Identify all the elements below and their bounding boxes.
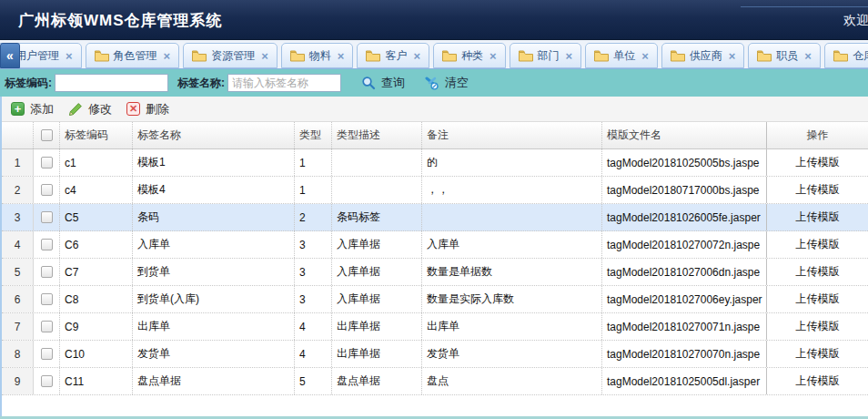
clear-button[interactable]: 清空	[425, 75, 469, 91]
table-row[interactable]: 1 c1 模板1 1 的 tagModel20181025005bs.jaspe…	[2, 149, 868, 177]
cell-type-desc: 盘点单据	[332, 368, 422, 394]
select-all-checkbox[interactable]	[41, 129, 53, 141]
tab[interactable]: 客户 ×	[357, 43, 429, 68]
folder-icon	[192, 50, 207, 62]
tab-close-icon[interactable]: ×	[490, 50, 497, 62]
tab-close-icon[interactable]: ×	[261, 50, 268, 62]
header-tag-code[interactable]: 标签编码	[60, 122, 133, 148]
row-checkbox[interactable]	[41, 211, 53, 223]
query-button[interactable]: 查询	[361, 75, 405, 91]
upload-template-link[interactable]: 上传模版	[767, 177, 868, 203]
cell-remark: 发货单	[422, 341, 602, 367]
row-checkbox[interactable]	[41, 239, 53, 250]
row-checkbox[interactable]	[41, 348, 53, 360]
header-type[interactable]: 类型	[295, 122, 332, 148]
tab-label: 供应商	[690, 48, 722, 64]
header-decoration-line	[741, 6, 868, 7]
tab-close-icon[interactable]: ×	[566, 50, 573, 62]
header-type-desc[interactable]: 类型描述	[332, 122, 422, 148]
cell-tag-code: c1	[60, 149, 133, 176]
tab-label: 角色管理	[114, 48, 157, 64]
table-row[interactable]: 2 c4 模板4 1 ，， tagModel20180717000bs.jasp…	[2, 177, 868, 204]
tab[interactable]: 职员 ×	[748, 43, 821, 68]
cell-type-desc: 入库单据	[332, 231, 422, 258]
table-row[interactable]: 8 C10 发货单 4 出库单据 发货单 tagModel20181027007…	[2, 341, 868, 368]
cell-type: 4	[295, 313, 332, 340]
row-checkbox[interactable]	[41, 157, 53, 169]
delete-button[interactable]: ✕ 删除	[126, 101, 169, 118]
tab[interactable]: 物料 ×	[281, 43, 354, 68]
folder-icon	[519, 50, 533, 62]
table-row[interactable]: 3 C5 条码 2 条码标签 tagModel20181026005fe.jas…	[2, 204, 868, 231]
table-row[interactable]: 4 C6 入库单 3 入库单据 入库单 tagModel201810270072…	[2, 231, 868, 259]
upload-template-link[interactable]: 上传模版	[767, 149, 868, 176]
tab-close-icon[interactable]: ×	[66, 50, 73, 62]
grid-body: 1 c1 模板1 1 的 tagModel20181025005bs.jaspe…	[2, 149, 868, 395]
search-bar: 标签编码: 标签名称: 查询 清空	[0, 69, 868, 97]
cell-template-file: tagModel20181026005fe.jasper	[602, 204, 767, 230]
tab-close-icon[interactable]: ×	[413, 50, 420, 62]
header-template-file[interactable]: 模版文件名	[602, 122, 767, 148]
cell-type: 1	[295, 177, 332, 203]
cell-remark: ，，	[422, 177, 602, 203]
upload-template-link[interactable]: 上传模版	[767, 259, 868, 285]
upload-template-link[interactable]: 上传模版	[767, 368, 868, 394]
upload-template-link[interactable]: 上传模版	[767, 286, 868, 312]
tab-close-icon[interactable]: ×	[804, 50, 812, 62]
tab-close-icon[interactable]: ×	[164, 50, 171, 62]
table-row[interactable]: 7 C9 出库单 4 出库单据 出库单 tagModel201810270071…	[2, 313, 868, 341]
row-checkbox[interactable]	[41, 266, 53, 278]
tab[interactable]: 单位 ×	[585, 43, 658, 68]
header-operation[interactable]: 操作	[767, 122, 868, 148]
upload-template-link[interactable]: 上传模版	[767, 231, 868, 258]
edit-button[interactable]: 修改	[68, 101, 112, 118]
tag-code-input[interactable]	[55, 74, 168, 92]
row-checkbox[interactable]	[41, 375, 53, 387]
tab[interactable]: 种类 ×	[433, 43, 506, 68]
row-number: 8	[2, 341, 34, 367]
cell-tag-name: 发货单	[133, 341, 295, 367]
tab[interactable]: 供应商 ×	[661, 43, 745, 68]
cell-template-file: tagModel20181027006ey.jasper	[602, 286, 767, 312]
tab[interactable]: 角色管理 ×	[86, 43, 180, 68]
row-checkbox[interactable]	[41, 321, 53, 332]
header-tag-name[interactable]: 标签名称	[133, 122, 295, 148]
tab-label: 资源管理	[211, 48, 255, 64]
row-number: 6	[2, 286, 34, 312]
cell-tag-code: C6	[60, 231, 133, 258]
tab[interactable]: 部门 ×	[510, 43, 582, 68]
tag-name-input[interactable]	[227, 74, 341, 92]
row-checkbox[interactable]	[41, 184, 53, 196]
add-button-label: 添加	[30, 101, 54, 118]
tab-close-icon[interactable]: ×	[729, 50, 736, 62]
row-number: 3	[2, 204, 34, 230]
header-remark[interactable]: 备注	[422, 122, 602, 148]
tab-close-icon[interactable]: ×	[338, 50, 345, 62]
tab[interactable]: 资源管理 ×	[183, 43, 278, 68]
tab-label: 单位	[613, 48, 635, 64]
cell-tag-code: C5	[60, 204, 133, 230]
cell-template-file: tagModel201810270072n.jaspe	[602, 231, 767, 258]
cell-tag-name: 到货单	[133, 259, 295, 285]
cell-type-desc	[332, 177, 422, 203]
tab-close-icon[interactable]: ×	[641, 50, 649, 62]
tab[interactable]: 仓库 ×	[824, 43, 868, 68]
upload-template-link[interactable]: 上传模版	[767, 204, 868, 230]
add-button[interactable]: + 添加	[11, 101, 54, 118]
folder-icon	[442, 50, 457, 62]
row-number: 4	[2, 231, 34, 258]
table-row[interactable]: 6 C8 到货单(入库) 3 入库单据 数量是实际入库数 tagModel201…	[2, 286, 868, 313]
cell-remark	[422, 204, 602, 230]
content-region: + 添加 修改 ✕ 删除 标签编码 标签名称 类型 类型描述	[0, 97, 868, 419]
row-checkbox[interactable]	[41, 293, 53, 305]
table-row[interactable]: 9 C11 盘点单据 5 盘点单据 盘点 tagModel20181025005…	[2, 368, 868, 395]
upload-template-link[interactable]: 上传模版	[767, 313, 868, 340]
folder-icon	[833, 50, 848, 62]
cell-type: 3	[295, 286, 332, 312]
tabs-scroll-left-button[interactable]: «	[0, 43, 20, 68]
table-row[interactable]: 5 C7 到货单 3 入库单据 数量是单据数 tagModel201810270…	[2, 259, 868, 286]
folder-icon	[757, 50, 772, 62]
upload-template-link[interactable]: 上传模版	[767, 341, 868, 367]
cell-remark: 入库单	[422, 231, 602, 258]
cell-template-file: tagModel201810270070n.jaspe	[602, 341, 767, 367]
